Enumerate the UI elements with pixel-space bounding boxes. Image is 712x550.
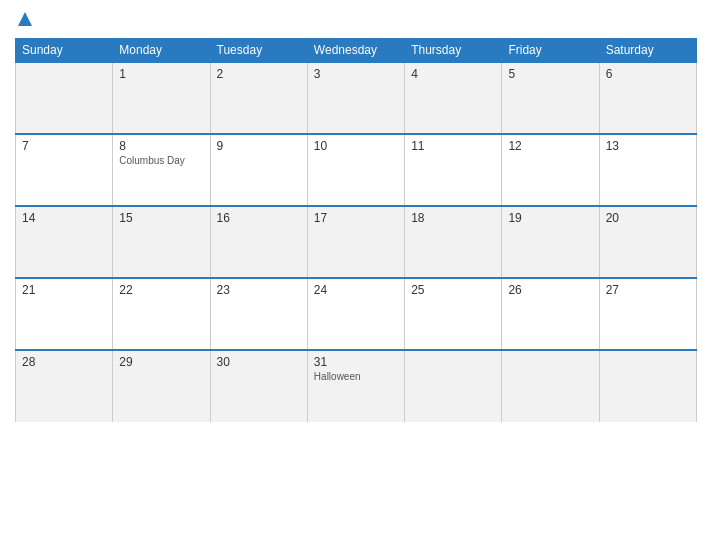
calendar-cell: 19 [502, 206, 599, 278]
weekday-header-thursday: Thursday [405, 39, 502, 63]
calendar-page: SundayMondayTuesdayWednesdayThursdayFrid… [0, 0, 712, 550]
svg-marker-0 [18, 12, 32, 26]
calendar-cell: 15 [113, 206, 210, 278]
day-number: 4 [411, 67, 495, 81]
calendar-cell: 8Columbus Day [113, 134, 210, 206]
day-number: 27 [606, 283, 690, 297]
calendar-cell [405, 350, 502, 422]
calendar-cell: 18 [405, 206, 502, 278]
calendar-cell: 13 [599, 134, 696, 206]
calendar-cell: 28 [16, 350, 113, 422]
day-number: 15 [119, 211, 203, 225]
calendar-cell: 3 [307, 62, 404, 134]
day-number: 3 [314, 67, 398, 81]
calendar-cell: 26 [502, 278, 599, 350]
calendar-cell: 23 [210, 278, 307, 350]
calendar-cell: 20 [599, 206, 696, 278]
day-number: 11 [411, 139, 495, 153]
calendar-cell: 11 [405, 134, 502, 206]
calendar-week-row: 21222324252627 [16, 278, 697, 350]
calendar-cell: 22 [113, 278, 210, 350]
day-number: 17 [314, 211, 398, 225]
calendar-week-row: 28293031Halloween [16, 350, 697, 422]
weekday-header-monday: Monday [113, 39, 210, 63]
calendar-cell: 29 [113, 350, 210, 422]
day-number: 6 [606, 67, 690, 81]
calendar-cell: 31Halloween [307, 350, 404, 422]
logo [15, 10, 34, 32]
day-number: 5 [508, 67, 592, 81]
calendar-cell: 4 [405, 62, 502, 134]
day-number: 22 [119, 283, 203, 297]
calendar-week-row: 14151617181920 [16, 206, 697, 278]
calendar-cell: 25 [405, 278, 502, 350]
day-number: 18 [411, 211, 495, 225]
calendar-week-row: 78Columbus Day910111213 [16, 134, 697, 206]
day-number: 24 [314, 283, 398, 297]
header [15, 10, 697, 32]
day-number: 10 [314, 139, 398, 153]
day-number: 26 [508, 283, 592, 297]
day-number: 2 [217, 67, 301, 81]
calendar-cell: 5 [502, 62, 599, 134]
day-number: 20 [606, 211, 690, 225]
weekday-header-saturday: Saturday [599, 39, 696, 63]
day-number: 8 [119, 139, 203, 153]
logo-icon [16, 10, 34, 28]
calendar-cell: 21 [16, 278, 113, 350]
day-number: 25 [411, 283, 495, 297]
calendar-cell [502, 350, 599, 422]
calendar-cell: 17 [307, 206, 404, 278]
calendar-cell: 6 [599, 62, 696, 134]
calendar-cell: 27 [599, 278, 696, 350]
weekday-header-friday: Friday [502, 39, 599, 63]
calendar-cell [599, 350, 696, 422]
calendar-cell: 30 [210, 350, 307, 422]
event-label: Halloween [314, 371, 398, 382]
event-label: Columbus Day [119, 155, 203, 166]
day-number: 13 [606, 139, 690, 153]
calendar-cell: 1 [113, 62, 210, 134]
day-number: 28 [22, 355, 106, 369]
weekday-header-wednesday: Wednesday [307, 39, 404, 63]
day-number: 31 [314, 355, 398, 369]
calendar-cell: 2 [210, 62, 307, 134]
calendar-cell: 12 [502, 134, 599, 206]
calendar-cell: 14 [16, 206, 113, 278]
day-number: 21 [22, 283, 106, 297]
day-number: 12 [508, 139, 592, 153]
day-number: 23 [217, 283, 301, 297]
day-number: 7 [22, 139, 106, 153]
calendar-cell: 9 [210, 134, 307, 206]
calendar-cell [16, 62, 113, 134]
calendar-cell: 24 [307, 278, 404, 350]
weekday-header-row: SundayMondayTuesdayWednesdayThursdayFrid… [16, 39, 697, 63]
day-number: 29 [119, 355, 203, 369]
calendar-cell: 7 [16, 134, 113, 206]
day-number: 19 [508, 211, 592, 225]
day-number: 14 [22, 211, 106, 225]
calendar-cell: 16 [210, 206, 307, 278]
calendar-week-row: 123456 [16, 62, 697, 134]
weekday-header-tuesday: Tuesday [210, 39, 307, 63]
day-number: 16 [217, 211, 301, 225]
day-number: 9 [217, 139, 301, 153]
weekday-header-sunday: Sunday [16, 39, 113, 63]
day-number: 1 [119, 67, 203, 81]
day-number: 30 [217, 355, 301, 369]
calendar-table: SundayMondayTuesdayWednesdayThursdayFrid… [15, 38, 697, 422]
calendar-cell: 10 [307, 134, 404, 206]
